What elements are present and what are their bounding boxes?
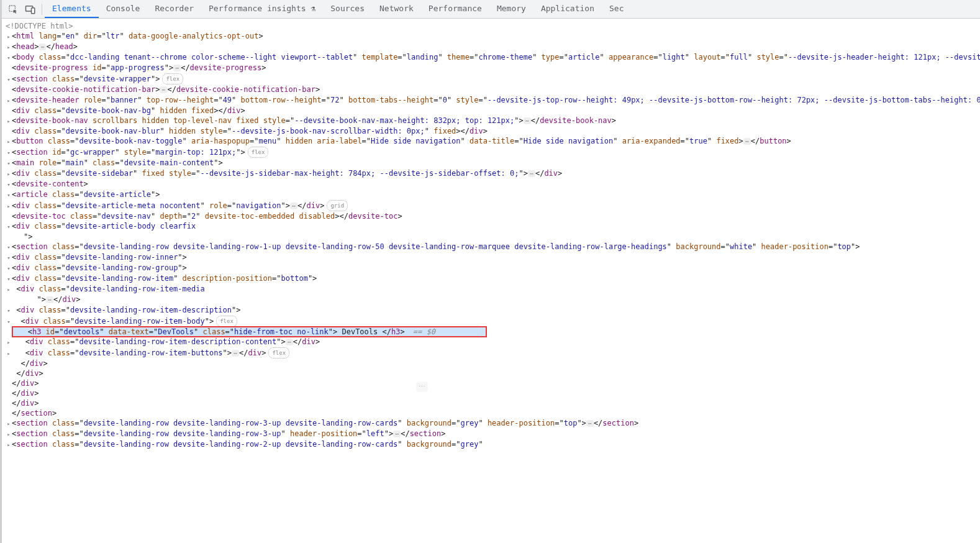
dom-node[interactable]: ▸<button class="devsite-book-nav-toggle"… (6, 136, 980, 147)
dom-node[interactable]: </div> (6, 358, 980, 368)
dom-node[interactable]: </div> (6, 378, 980, 388)
devtools-tab[interactable]: Memory (489, 0, 533, 18)
dom-node[interactable]: ▸<section class="devsite-landing-row dev… (6, 429, 980, 439)
dom-node[interactable]: ▾<div class="devsite-article-body clearf… (6, 221, 980, 242)
dom-node[interactable]: <h3 id="devtools" data-text="DevTools" c… (6, 327, 980, 337)
dom-node[interactable]: <!DOCTYPE html> (6, 21, 980, 31)
dom-node[interactable]: ▾<section class="devsite-landing-row dev… (6, 242, 980, 252)
devtools-tab[interactable]: Performance (421, 0, 489, 18)
dom-node[interactable]: </section> (6, 408, 980, 418)
dom-tree[interactable]: <!DOCTYPE html>▸<html lang="en" dir="ltr… (2, 19, 980, 543)
dom-node[interactable]: ▾<section class="devsite-wrapper">flex (6, 73, 980, 84)
dom-node[interactable]: ▾<devsite-content> (6, 179, 980, 189)
devtools-tab[interactable]: Elements (45, 0, 99, 18)
dom-node[interactable]: ▸<div class="devsite-article-meta nocont… (6, 200, 980, 211)
dom-node[interactable]: ▾<div class="devsite-landing-row-inner"> (6, 252, 980, 263)
dom-node[interactable]: </div> (6, 398, 980, 408)
dom-node[interactable]: <devsite-toc class="devsite-nav" depth="… (6, 211, 980, 221)
dom-node[interactable]: ▾<article class="devsite-article"> (6, 189, 980, 200)
devtools-tab[interactable]: Sources (323, 0, 372, 18)
dom-node[interactable]: ▾<div class="devsite-landing-row-group"> (6, 263, 980, 273)
dom-node[interactable]: ▸<section class="devsite-landing-row dev… (6, 418, 980, 429)
dom-node[interactable]: ▸<devsite-header role="banner" top-row--… (6, 95, 980, 106)
devtools-toolbar: ElementsConsoleRecorderPerformance insig… (2, 0, 980, 19)
dom-node[interactable]: ▸ <div class="devsite-landing-row-item-b… (6, 347, 980, 358)
dom-node[interactable]: ▾<main role="main" class="devsite-main-c… (6, 158, 980, 168)
dom-node[interactable]: ▸<devsite-book-nav scrollbars hidden top… (6, 116, 980, 126)
devtools-tab[interactable]: Performance insights ⚗ (201, 0, 323, 18)
dom-node[interactable]: <div class="devsite-book-nav-bg" hidden … (6, 106, 980, 116)
dom-node[interactable]: ▾<body class="dcc-landing tenant--chrome… (6, 52, 980, 63)
dom-node[interactable]: ▸ <div class="devsite-landing-row-item-d… (6, 337, 980, 347)
dom-node[interactable]: </div> (6, 388, 980, 398)
dom-node[interactable]: ▸ <div class="devsite-landing-row-item-m… (6, 284, 980, 305)
svg-rect-13 (32, 7, 35, 13)
devtools-tab[interactable]: Sec (602, 0, 631, 18)
dom-node[interactable]: </div> (6, 368, 980, 378)
dom-node[interactable]: ▸<head>⋯</head> (6, 42, 980, 52)
dom-node[interactable]: ▾<section id="gc-wrapper" style="margin-… (6, 147, 980, 158)
devtools-tab[interactable]: Recorder (147, 0, 201, 18)
dom-node[interactable]: ▾ <div class="devsite-landing-row-item-d… (6, 305, 980, 316)
devtools-tabs: ElementsConsoleRecorderPerformance insig… (45, 0, 631, 18)
dom-node[interactable]: ▸<html lang="en" dir="ltr" data-google-a… (6, 31, 980, 42)
page-subheader: Chrome DevTools (0, 27, 2, 79)
dom-node[interactable]: <devsite-cookie-notification-bar>⋯</devs… (6, 84, 980, 95)
dom-node[interactable]: ▾ <div class="devsite-landing-row-item-b… (6, 316, 980, 327)
dom-node[interactable]: <devsite-progress id="app-progress">⋯</d… (6, 63, 980, 73)
dom-node[interactable]: ▾<div class="devsite-landing-row-item" d… (6, 273, 980, 284)
devtools-tab[interactable]: Network (372, 0, 421, 18)
inspect-element-icon[interactable] (4, 2, 22, 17)
dom-node[interactable]: <div class="devsite-book-nav-blur" hidde… (6, 126, 980, 136)
dom-node[interactable]: ▸<section class="devsite-landing-row dev… (6, 439, 980, 450)
dom-node[interactable]: ▸<div class="devsite-sidebar" fixed styl… (6, 168, 980, 179)
more-actions-icon[interactable]: ⋯ (416, 381, 428, 392)
devtools-tab[interactable]: Application (533, 0, 602, 18)
device-toolbar-icon[interactable] (22, 2, 39, 17)
site-topbar: Chrome for Developers English ▾ Sign in (0, 0, 2, 27)
devtools-tab[interactable]: Console (99, 0, 148, 18)
